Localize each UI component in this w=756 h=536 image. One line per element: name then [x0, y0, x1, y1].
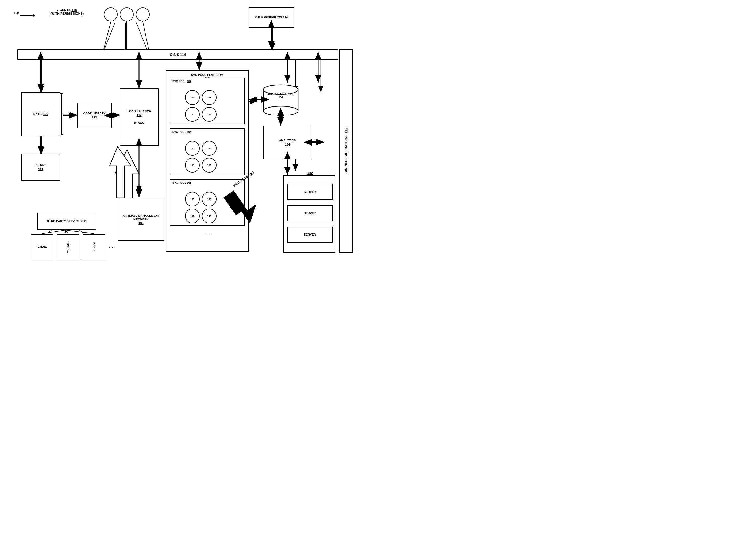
biz-ops-label: BUSINESS OPERATIONS 140: [344, 128, 348, 175]
svg-line-48: [66, 230, 68, 234]
skins-box: SKINS 120: [21, 92, 60, 136]
shared-storage-label: SHARED STORAGE 106: [262, 92, 299, 99]
svg-line-4: [104, 23, 115, 50]
svc-pool-102-box: SVC POOL 102 103 103 103 103: [170, 78, 245, 124]
server-3-label: SERVER: [304, 233, 316, 236]
client-label: CLIENT 101: [36, 163, 46, 171]
svg-marker-50: [110, 147, 131, 198]
svg-line-47: [42, 230, 66, 234]
svc102-node2: 103: [202, 90, 216, 105]
load-balance-label: LOAD BALANCE 112 STACK: [128, 109, 151, 125]
affiliate-mgmt-label: AFFILIATE MANAGEMENT NETWORK 138: [118, 214, 164, 225]
architecture-diagram: 100 AGENTS 118 (WITH PERMISSIONS) C R M …: [0, 0, 378, 268]
svc104-node4: 103: [202, 158, 216, 173]
svc104-node3: 103: [185, 158, 200, 173]
svc108-node3: 103: [185, 209, 200, 223]
agent-circle-1: [104, 8, 118, 21]
affiliate-mgmt-box: AFFILIATE MANAGEMENT NETWORK 138: [118, 198, 164, 241]
svc104-node2: 103: [202, 141, 216, 156]
code-library-label: CODE LIBRARY 122: [83, 112, 105, 119]
crm-workflow-box: C R M WORKFLOW 124: [249, 8, 294, 27]
code-library-box: CODE LIBRARY 122: [77, 103, 112, 128]
svg-marker-26: [33, 15, 35, 17]
svg-point-29: [263, 106, 298, 115]
svc102-node1: 103: [185, 90, 200, 105]
svc-pool-104-label: SVC POOL 104: [173, 130, 191, 133]
third-party-label: THIRD PARTY SERVICES 128: [47, 219, 87, 223]
crm-label: C R M WORKFLOW 124: [255, 16, 288, 19]
svc-pool-108-box: SVC POOL 108 103 103 103 103: [170, 179, 245, 226]
skins-label: SKINS 120: [33, 112, 48, 116]
server-box-2: SERVER: [287, 205, 332, 221]
svg-line-6: [136, 23, 147, 50]
agents-label: AGENTS 118 (WITH PERMISSIONS): [50, 8, 84, 16]
service-dots: . . .: [109, 243, 116, 249]
svg-line-32: [143, 21, 149, 49]
ref132-box: SERVER SERVER SERVER: [283, 175, 335, 253]
svc102-node4: 103: [202, 107, 216, 122]
server-box-3: SERVER: [287, 226, 332, 243]
svg-marker-24: [115, 150, 139, 203]
svg-line-30: [104, 21, 111, 49]
oss-bar: O S S 114: [17, 50, 338, 60]
analytics-label: ANALYTICS 134: [279, 139, 296, 146]
ecom-label: E-COM: [92, 242, 96, 251]
svc108-node2: 103: [202, 192, 216, 207]
ecom-box: E-COM: [82, 234, 105, 259]
server-1-label: SERVER: [304, 190, 316, 194]
email-box: EMAIL: [31, 234, 53, 259]
svc-pool-104-box: SVC POOL 104 103 103 103 103: [170, 128, 245, 175]
server-2-label: SERVER: [304, 211, 316, 215]
load-balance-box: LOAD BALANCE 112 STACK: [120, 88, 159, 146]
agent-circle-3: [136, 8, 150, 21]
third-party-box: THIRD PARTY SERVICES 128: [37, 213, 96, 230]
agent-circle-2: [120, 8, 134, 21]
email-label: EMAIL: [37, 245, 47, 249]
svc-pool-dots: . . .: [203, 231, 211, 237]
client-box: CLIENT 101: [21, 154, 60, 181]
website-label: WEBSITE: [66, 241, 70, 253]
svc108-node1: 103: [185, 192, 200, 207]
biz-ops-bar: BUSINESS OPERATIONS 140: [339, 50, 353, 253]
server-box-1: SERVER: [287, 184, 332, 200]
analytics-box: ANALYTICS 134: [263, 126, 311, 159]
svc-pool-108-label: SVC POOL 108: [173, 181, 191, 184]
ref-100-label: 100: [14, 11, 19, 15]
svc-pool-102-label: SVC POOL 102: [173, 80, 191, 83]
ref132-label: 132: [307, 171, 313, 175]
svc102-node3: 103: [185, 107, 200, 122]
ref100-arrow: [19, 13, 35, 18]
svc104-node1: 103: [185, 141, 200, 156]
shared-storage-cylinder: SHARED STORAGE 106: [262, 83, 299, 115]
website-box: WEBSITE: [57, 234, 79, 259]
svg-line-49: [66, 230, 94, 234]
svc108-node4: 103: [202, 209, 216, 223]
